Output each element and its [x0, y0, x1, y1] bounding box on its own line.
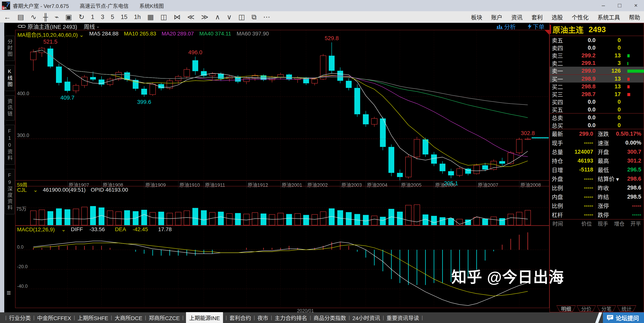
book-price: 299.0	[568, 68, 596, 74]
sidebar-tab-K线图[interactable]: K线图	[5, 65, 15, 91]
book-row-买三[interactable]: 买三298.717	[550, 90, 644, 98]
macd-bar-value: 17.78	[158, 226, 172, 233]
stat-label-涨跌: 涨跌	[598, 130, 609, 138]
menu-系统工具[interactable]: 系统工具	[598, 13, 620, 21]
volume-pane[interactable]: CJL ⌄ 461900.00(49:51) OPID 46193.00 75万	[15, 186, 550, 226]
back-icon[interactable]: ←	[4, 11, 11, 23]
panel-icon[interactable]: ◫	[238, 11, 245, 23]
menu-帮助[interactable]: 帮助	[629, 13, 640, 21]
period-3-button[interactable]: 3	[101, 14, 104, 20]
book-row-卖二[interactable]: 卖二299.13	[550, 59, 644, 67]
price-pane[interactable]: MA组合(5,10,20,40,60,0) ⌄MA5 284.88MA10 26…	[15, 30, 550, 180]
menu-个性化[interactable]: 个性化	[572, 13, 588, 21]
book-volume: 3	[596, 60, 621, 66]
book-row-买二[interactable]: 买二298.813	[550, 82, 644, 90]
place-order-button[interactable]: 下单	[527, 22, 544, 30]
quote-tab-分价[interactable]: 分价	[576, 305, 596, 312]
book-row-买一[interactable]: 买一298.913	[550, 75, 644, 82]
book-row-总买[interactable]: 总买0.00	[550, 121, 644, 129]
book-price: 0.0	[568, 98, 596, 105]
stat-label-结算价[interactable]: 结算价 ▾	[598, 174, 619, 183]
bottom-tab-主力合约排名[interactable]: 主力合约排名	[274, 314, 307, 322]
book-row-卖四[interactable]: 卖四0.00	[550, 44, 644, 52]
stat-value-杠杆: -----	[584, 212, 593, 218]
minimize-button[interactable]: –	[595, 0, 612, 11]
close-button[interactable]: ×	[628, 0, 644, 11]
menu-选股[interactable]: 选股	[552, 13, 563, 21]
stat-value-结算价: 298.6	[627, 176, 641, 182]
stat-value-速涨: 0.00%	[626, 140, 641, 146]
grid-layout-icon[interactable]: ▦	[147, 11, 154, 23]
x-axis-strip: 59周 原油1907原油1908原油1909原油1910原油1911原油1912…	[15, 180, 550, 186]
bottom-tab-上期能源INE[interactable]: 上期能源INE	[186, 312, 223, 323]
bottom-tab-大商所DCE[interactable]: 大商所DCE	[115, 314, 142, 322]
volume-indicator-selector[interactable]: CJL ⌄	[17, 187, 38, 193]
candlestick-chart[interactable]: 400.0300.0521.5409.7399.6496.0529.8205.1…	[16, 30, 549, 180]
analysis-button[interactable]: 分析	[496, 22, 516, 30]
cascade-windows-icon[interactable]: ⧉	[252, 11, 256, 23]
watermark: 知乎 @今日出海	[452, 265, 564, 287]
quote-tab-明细[interactable]: 明细	[556, 305, 576, 312]
bottom-tab-中金所CFFEX[interactable]: 中金所CFFEX	[37, 314, 71, 322]
sidebar-tab-资讯链[interactable]: 资讯链	[5, 95, 15, 120]
book-row-卖五[interactable]: 卖五0.00	[550, 36, 644, 44]
sidebar-tab-F9深度资料[interactable]: F9深度资料	[5, 169, 15, 214]
prev-page-icon[interactable]: ≪	[187, 11, 194, 23]
stat-label-昨结: 昨结	[598, 192, 609, 201]
book-row-卖一[interactable]: 卖一299.0126	[550, 67, 644, 75]
chart-period-selector[interactable]: 周线	[84, 22, 95, 30]
bottom-tab-郑商所CZCE[interactable]: 郑商所CZCE	[148, 314, 180, 322]
stat-row: 杠杆-----跌停-----	[550, 210, 644, 219]
quote-tab-统计[interactable]: 统计	[617, 305, 636, 312]
book-row-买五[interactable]: 买五0.00	[550, 106, 644, 114]
compress-icon[interactable]: ⋈	[174, 11, 180, 23]
bottom-tab-重要资讯导读[interactable]: 重要资讯导读	[386, 314, 419, 322]
menu-套利[interactable]: 套利	[532, 13, 543, 21]
book-row-买四[interactable]: 买四0.00	[550, 98, 644, 106]
flash-order-icon[interactable]: ⌁	[55, 11, 59, 23]
book-volume: 13	[596, 76, 621, 82]
period-1h-button[interactable]: 1h	[134, 14, 141, 20]
maximize-button[interactable]: □	[612, 0, 628, 11]
bottom-tab-夜市[interactable]: 夜市	[258, 314, 268, 322]
bottom-tab-行业分类[interactable]: 行业分类	[9, 314, 31, 322]
bottom-tab-上期所SHFE[interactable]: 上期所SHFE	[78, 314, 108, 322]
quote-title-row[interactable]: 原油主连 2493	[550, 23, 644, 36]
save-icon[interactable]: ▣	[65, 11, 72, 23]
refresh-icon[interactable]: ↻	[78, 11, 84, 23]
chart-symbol-label[interactable]: 原油主连(INE 2493)	[28, 22, 77, 30]
period-15-button[interactable]: 15	[121, 14, 127, 20]
stat-value-最高: 301.2	[627, 158, 641, 164]
menu-板块[interactable]: 板块	[471, 13, 482, 21]
book-row-卖三[interactable]: 卖三299.213	[550, 51, 644, 59]
sidebar-menu-icon[interactable]: ≡	[6, 289, 11, 297]
quote-tab-分笔[interactable]: 分笔	[597, 305, 616, 312]
stat-value-最低: 296.5	[627, 166, 641, 173]
period-1-button[interactable]: 1	[91, 14, 94, 20]
sidebar-tab-F10资料[interactable]: F10资料	[5, 125, 15, 165]
macd-indicator-selector[interactable]: MACD(12,26,9) ⌄	[17, 226, 66, 233]
zoom-in-icon[interactable]: ∧	[215, 11, 220, 23]
period-5-button[interactable]: 5	[111, 14, 114, 20]
stat-label-跌停: 跌停	[598, 210, 609, 219]
zoom-out-icon[interactable]: ∨	[227, 11, 232, 23]
more-icon[interactable]: ⋯	[263, 11, 270, 23]
bottom-tab-套利合约[interactable]: 套利合约	[230, 314, 251, 322]
ma-combo-selector[interactable]: MA组合(5,10,20,40,60,0) ⌄	[18, 30, 84, 38]
menu-资讯[interactable]: 资讯	[511, 13, 522, 21]
menu-账户[interactable]: 账户	[491, 13, 502, 21]
report-icon[interactable]: ▤	[18, 11, 24, 23]
book-row-总卖[interactable]: 总卖0.00	[550, 114, 644, 121]
timeline-chart-icon[interactable]: ∿	[30, 11, 36, 23]
kline-chart-icon[interactable]: ╫	[43, 11, 48, 23]
split-view-icon[interactable]: ◫	[160, 11, 167, 23]
bottom-tab-24小时资讯[interactable]: 24小时资讯	[352, 314, 380, 322]
stat-value-比例: -----	[584, 202, 593, 209]
book-price: 0.0	[568, 106, 596, 113]
sidebar-tab-分时图[interactable]: 分时图	[5, 36, 15, 61]
svg-text:302.8: 302.8	[521, 130, 535, 136]
book-price: 298.7	[568, 91, 596, 98]
forum-ask-button[interactable]: 论坛提问	[603, 312, 644, 323]
next-page-icon[interactable]: ≫	[201, 11, 208, 23]
bottom-tab-商品分类指数[interactable]: 商品分类指数	[314, 314, 346, 322]
